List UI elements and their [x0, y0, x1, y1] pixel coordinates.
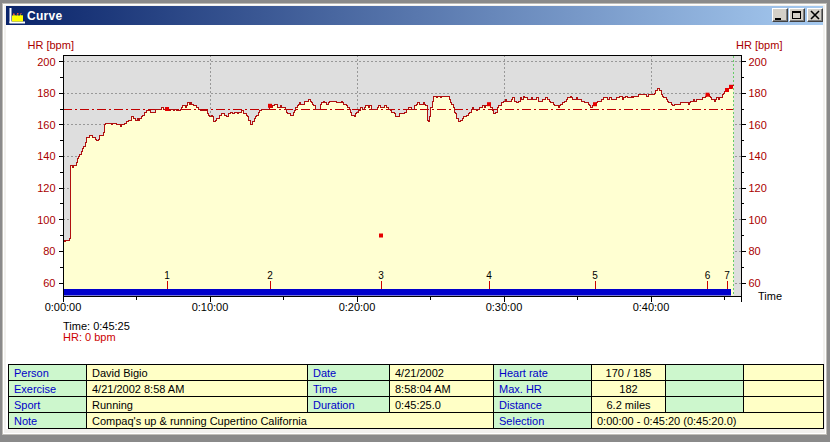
svg-text:200: 200	[749, 56, 767, 68]
svg-text:0:00:00: 0:00:00	[45, 301, 82, 313]
svg-text:5: 5	[592, 270, 598, 281]
svg-text:3: 3	[378, 270, 384, 281]
svg-text:160: 160	[37, 119, 55, 131]
svg-text:1: 1	[164, 270, 170, 281]
svg-text:180: 180	[37, 87, 55, 99]
svg-text:140: 140	[749, 150, 767, 162]
svg-text:120: 120	[749, 182, 767, 194]
svg-text:0:30:00: 0:30:00	[486, 301, 523, 313]
svg-text:HR: 0 bpm: HR: 0 bpm	[63, 331, 116, 343]
svg-text:180: 180	[749, 87, 767, 99]
svg-text:60: 60	[43, 277, 55, 289]
svg-text:0:40:00: 0:40:00	[633, 301, 670, 313]
svg-text:0:10:00: 0:10:00	[192, 301, 229, 313]
svg-text:4: 4	[486, 270, 492, 281]
svg-text:160: 160	[749, 119, 767, 131]
svg-text:100: 100	[749, 214, 767, 226]
svg-text:2: 2	[267, 270, 273, 281]
svg-text:60: 60	[749, 277, 761, 289]
svg-text:100: 100	[37, 214, 55, 226]
svg-text:HR [bpm]: HR [bpm]	[28, 39, 74, 51]
svg-text:7: 7	[724, 270, 730, 281]
svg-text:140: 140	[37, 150, 55, 162]
svg-text:6: 6	[705, 270, 711, 281]
svg-text:200: 200	[37, 56, 55, 68]
svg-text:120: 120	[37, 182, 55, 194]
svg-text:80: 80	[749, 245, 761, 257]
svg-text:80: 80	[43, 245, 55, 257]
svg-text:Time: Time	[758, 290, 782, 302]
svg-text:HR [bpm]: HR [bpm]	[736, 39, 782, 51]
svg-text:0:20:00: 0:20:00	[339, 301, 376, 313]
